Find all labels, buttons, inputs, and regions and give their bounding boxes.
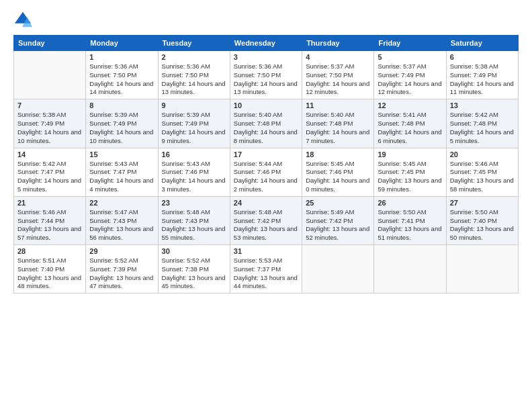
day-number: 14 [17, 150, 82, 158]
day-number: 7 [17, 101, 82, 109]
day-info: Sunrise: 5:39 AMSunset: 7:49 PMDaylight:… [162, 111, 226, 145]
sunset-text: Sunset: 7:47 PM [17, 168, 82, 177]
calendar-header-monday: Monday [86, 36, 158, 51]
calendar-cell: 23Sunrise: 5:48 AMSunset: 7:43 PMDayligh… [158, 196, 230, 244]
day-info: Sunrise: 5:41 AMSunset: 7:48 PMDaylight:… [378, 111, 442, 145]
calendar-header-row: SundayMondayTuesdayWednesdayThursdayFrid… [14, 36, 519, 51]
calendar-cell: 17Sunrise: 5:44 AMSunset: 7:46 PMDayligh… [230, 148, 302, 196]
day-info: Sunrise: 5:49 AMSunset: 7:42 PMDaylight:… [306, 208, 370, 242]
daylight-text: Daylight: 13 hours and 51 minutes. [378, 225, 442, 242]
calendar-cell: 31Sunrise: 5:53 AMSunset: 7:37 PMDayligh… [230, 245, 302, 293]
sunrise-text: Sunrise: 5:53 AM [234, 257, 298, 265]
calendar-cell [302, 245, 374, 293]
day-number: 6 [450, 53, 515, 61]
day-info: Sunrise: 5:46 AMSunset: 7:45 PMDaylight:… [450, 160, 515, 194]
day-number: 13 [450, 101, 515, 109]
calendar-week-row: 21Sunrise: 5:46 AMSunset: 7:44 PMDayligh… [14, 196, 519, 244]
logo [13, 11, 35, 30]
calendar-cell: 16Sunrise: 5:43 AMSunset: 7:46 PMDayligh… [158, 148, 230, 196]
sunrise-text: Sunrise: 5:43 AM [162, 160, 226, 169]
sunset-text: Sunset: 7:40 PM [450, 217, 515, 226]
day-number: 17 [234, 150, 298, 158]
sunrise-text: Sunrise: 5:45 AM [306, 160, 370, 169]
sunrise-text: Sunrise: 5:47 AM [89, 208, 154, 217]
day-number: 5 [378, 53, 442, 61]
daylight-text: Daylight: 14 hours and 10 minutes. [89, 128, 154, 146]
day-info: Sunrise: 5:36 AMSunset: 7:50 PMDaylight:… [234, 62, 298, 97]
sunrise-text: Sunrise: 5:51 AM [17, 257, 82, 265]
day-info: Sunrise: 5:44 AMSunset: 7:46 PMDaylight:… [234, 160, 298, 194]
calendar-cell [14, 51, 86, 99]
sunset-text: Sunset: 7:50 PM [89, 71, 154, 80]
sunrise-text: Sunrise: 5:50 AM [378, 208, 442, 217]
daylight-text: Daylight: 13 hours and 48 minutes. [17, 274, 82, 291]
daylight-text: Daylight: 13 hours and 52 minutes. [306, 225, 370, 242]
calendar-cell [446, 245, 518, 293]
calendar-cell: 9Sunrise: 5:39 AMSunset: 7:49 PMDaylight… [158, 99, 230, 148]
day-info: Sunrise: 5:52 AMSunset: 7:39 PMDaylight:… [89, 257, 154, 291]
calendar-cell: 21Sunrise: 5:46 AMSunset: 7:44 PMDayligh… [14, 196, 86, 244]
day-number: 21 [17, 199, 82, 207]
sunset-text: Sunset: 7:48 PM [378, 120, 442, 128]
day-info: Sunrise: 5:51 AMSunset: 7:40 PMDaylight:… [17, 257, 82, 291]
sunset-text: Sunset: 7:45 PM [450, 168, 515, 177]
sunrise-text: Sunrise: 5:46 AM [450, 160, 515, 169]
day-number: 20 [450, 150, 515, 158]
day-info: Sunrise: 5:53 AMSunset: 7:37 PMDaylight:… [234, 257, 298, 291]
day-info: Sunrise: 5:37 AMSunset: 7:49 PMDaylight:… [378, 62, 442, 97]
day-number: 15 [89, 150, 154, 158]
daylight-text: Daylight: 14 hours and 2 minutes. [234, 177, 298, 194]
calendar-cell: 27Sunrise: 5:50 AMSunset: 7:40 PMDayligh… [446, 196, 518, 244]
day-info: Sunrise: 5:42 AMSunset: 7:48 PMDaylight:… [450, 111, 515, 145]
calendar-cell: 22Sunrise: 5:47 AMSunset: 7:43 PMDayligh… [86, 196, 158, 244]
day-info: Sunrise: 5:47 AMSunset: 7:43 PMDaylight:… [89, 208, 154, 242]
calendar-week-row: 7Sunrise: 5:38 AMSunset: 7:49 PMDaylight… [14, 99, 519, 148]
day-number: 18 [306, 150, 370, 158]
day-number: 12 [378, 101, 442, 109]
daylight-text: Daylight: 14 hours and 10 minutes. [17, 128, 82, 146]
day-info: Sunrise: 5:48 AMSunset: 7:43 PMDaylight:… [162, 208, 226, 242]
calendar-header-tuesday: Tuesday [158, 36, 230, 51]
calendar-cell [374, 245, 446, 293]
header [13, 11, 519, 30]
day-number: 9 [162, 101, 226, 109]
day-info: Sunrise: 5:52 AMSunset: 7:38 PMDaylight:… [162, 257, 226, 291]
sunset-text: Sunset: 7:43 PM [89, 217, 154, 226]
daylight-text: Daylight: 14 hours and 6 minutes. [378, 128, 442, 146]
day-info: Sunrise: 5:38 AMSunset: 7:49 PMDaylight:… [17, 111, 82, 145]
day-number: 26 [378, 199, 442, 207]
sunrise-text: Sunrise: 5:44 AM [234, 160, 298, 169]
day-info: Sunrise: 5:42 AMSunset: 7:47 PMDaylight:… [17, 160, 82, 194]
day-number: 11 [306, 101, 370, 109]
day-info: Sunrise: 5:37 AMSunset: 7:50 PMDaylight:… [306, 62, 370, 97]
calendar-cell: 4Sunrise: 5:37 AMSunset: 7:50 PMDaylight… [302, 51, 374, 99]
calendar-cell: 8Sunrise: 5:39 AMSunset: 7:49 PMDaylight… [86, 99, 158, 148]
daylight-text: Daylight: 14 hours and 12 minutes. [378, 80, 442, 97]
sunrise-text: Sunrise: 5:42 AM [17, 160, 82, 169]
daylight-text: Daylight: 14 hours and 13 minutes. [234, 80, 298, 97]
sunrise-text: Sunrise: 5:48 AM [162, 208, 226, 217]
calendar-header-wednesday: Wednesday [230, 36, 302, 51]
calendar-week-row: 14Sunrise: 5:42 AMSunset: 7:47 PMDayligh… [14, 148, 519, 196]
daylight-text: Daylight: 14 hours and 8 minutes. [234, 128, 298, 146]
sunrise-text: Sunrise: 5:38 AM [450, 62, 515, 71]
daylight-text: Daylight: 13 hours and 47 minutes. [89, 274, 154, 291]
daylight-text: Daylight: 13 hours and 59 minutes. [378, 177, 442, 194]
day-info: Sunrise: 5:50 AMSunset: 7:41 PMDaylight:… [378, 208, 442, 242]
sunrise-text: Sunrise: 5:52 AM [89, 257, 154, 265]
sunset-text: Sunset: 7:50 PM [306, 71, 370, 80]
day-info: Sunrise: 5:36 AMSunset: 7:50 PMDaylight:… [162, 62, 226, 97]
calendar-table: SundayMondayTuesdayWednesdayThursdayFrid… [13, 35, 519, 293]
daylight-text: Daylight: 13 hours and 45 minutes. [162, 274, 226, 291]
day-number: 30 [162, 247, 226, 255]
daylight-text: Daylight: 14 hours and 0 minutes. [306, 177, 370, 194]
logo-icon [13, 11, 32, 30]
sunset-text: Sunset: 7:39 PM [89, 265, 154, 274]
daylight-text: Daylight: 14 hours and 3 minutes. [162, 177, 226, 194]
day-info: Sunrise: 5:48 AMSunset: 7:42 PMDaylight:… [234, 208, 298, 242]
daylight-text: Daylight: 13 hours and 58 minutes. [450, 177, 515, 194]
day-number: 27 [450, 199, 515, 207]
sunset-text: Sunset: 7:42 PM [234, 217, 298, 226]
daylight-text: Daylight: 13 hours and 44 minutes. [234, 274, 298, 291]
sunrise-text: Sunrise: 5:43 AM [89, 160, 154, 169]
